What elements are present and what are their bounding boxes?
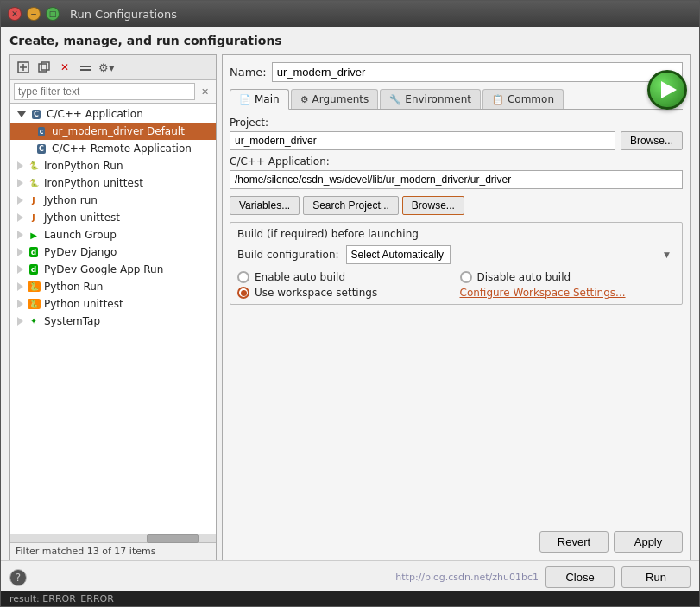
radio-disable-label: Disable auto build <box>477 271 571 283</box>
tree-label-python-ut: Python unittest <box>44 298 123 310</box>
app-browse-button[interactable]: Browse... <box>402 196 464 215</box>
tab-arguments[interactable]: ⚙ Arguments <box>291 89 379 109</box>
tab-args-label: Arguments <box>312 93 369 105</box>
close-button[interactable]: Close <box>545 566 615 588</box>
dialog-title: Create, manage, and run configurations <box>9 34 691 47</box>
gae-icon: d <box>29 264 38 275</box>
left-panel: ✕ ⚙▾ ✕ C <box>9 54 217 560</box>
filter-area: ✕ <box>10 80 216 104</box>
collapsed-icon8 <box>17 282 23 291</box>
tree-item-pydev-dj[interactable]: d PyDev Django <box>10 243 216 261</box>
run-launch-button[interactable] <box>647 70 687 110</box>
python-icon: 🐍 <box>28 281 41 292</box>
collapse-all-button[interactable] <box>76 58 95 77</box>
tree-item-ironpy-ut[interactable]: 🐍 IronPython unittest <box>10 174 216 192</box>
search-project-button[interactable]: Search Project... <box>303 196 399 215</box>
cpp-icon: C <box>32 110 41 119</box>
revert-button[interactable]: Revert <box>539 531 609 553</box>
tab-main-icon: 📄 <box>239 94 251 105</box>
delete-config-button[interactable]: ✕ <box>55 58 74 77</box>
app-input[interactable] <box>230 170 683 189</box>
duplicate-config-button[interactable] <box>35 58 54 77</box>
tree-category-cpp-app[interactable]: C C/C++ Application <box>10 105 216 123</box>
filter-clear-button[interactable]: ✕ <box>197 84 212 99</box>
maximize-button[interactable]: □ <box>46 7 60 21</box>
error-text: result: ERROR_ERROR <box>9 593 114 604</box>
build-config-select-wrapper: Select Automatically Debug Release <box>346 245 675 264</box>
tree-label-python-run: Python Run <box>44 281 103 293</box>
collapsed-icon7 <box>17 265 23 274</box>
filter-button[interactable]: ⚙▾ <box>97 58 116 77</box>
collapsed-icon3 <box>17 196 23 205</box>
tab-env-label: Environment <box>405 93 471 105</box>
filter-input[interactable] <box>14 83 195 100</box>
variables-button[interactable]: Variables... <box>230 196 300 215</box>
tree-label-launch-grp: Launch Group <box>44 229 117 241</box>
radio-disable-dot <box>460 271 472 283</box>
tree-label-pydev-dj: PyDev Django <box>44 246 117 258</box>
content-area: ✕ ⚙▾ ✕ C <box>9 54 691 560</box>
radio-disable-auto[interactable]: Disable auto build <box>460 271 676 283</box>
radio-enable-auto[interactable]: Enable auto build <box>237 271 453 283</box>
project-input[interactable] <box>230 131 615 150</box>
main-area: Create, manage, and run configurations ✕ <box>1 27 699 560</box>
bottom-row: ? http://blog.csdn.net/zhu01bc1 Close Ru… <box>1 560 699 591</box>
help-icon-label: ? <box>16 572 21 584</box>
main-content: Create, manage, and run configurations ✕ <box>1 27 699 591</box>
run-configurations-window: ✕ − □ Run Configurations Create, manage,… <box>0 0 700 607</box>
tree-item-launch-grp[interactable]: ▶ Launch Group <box>10 226 216 243</box>
cpp-remote-icon: C <box>37 144 46 154</box>
tab-main-label: Main <box>255 93 280 105</box>
tree-label-pydev-gae: PyDev Google App Run <box>44 263 163 275</box>
jython-icon: J <box>32 196 35 205</box>
tab-common-icon: 📋 <box>492 94 504 105</box>
build-config-select[interactable]: Select Automatically Debug Release <box>346 245 451 264</box>
form-section: Project: Browse... C/C++ Application: Va… <box>230 117 683 528</box>
tree-label-jython-run: Jython run <box>44 194 98 206</box>
name-row: Name: <box>230 62 683 82</box>
radio-workspace[interactable]: Use workspace settings <box>237 287 453 299</box>
filter-status: Filter matched 13 of 17 items <box>10 542 216 560</box>
tree-label-systemtap: SystemTap <box>44 315 100 327</box>
svg-rect-5 <box>80 66 91 67</box>
close-window-button[interactable]: ✕ <box>8 7 22 21</box>
help-button[interactable]: ? <box>9 569 27 586</box>
tree-item-jython-ut[interactable]: J Jython unittest <box>10 209 216 226</box>
project-browse-button[interactable]: Browse... <box>621 131 683 150</box>
tree-item-python-run[interactable]: 🐍 Python Run <box>10 278 216 295</box>
tab-main[interactable]: 📄 Main <box>230 89 289 110</box>
horizontal-scrollbar[interactable] <box>10 534 216 542</box>
tree-label-cpp-app: C/C++ Application <box>47 108 143 120</box>
radio-enable-dot <box>237 271 249 283</box>
new-config-button[interactable] <box>14 58 33 77</box>
configure-workspace-link[interactable]: Configure Workspace Settings... <box>460 287 676 299</box>
apply-button[interactable]: Apply <box>614 531 683 553</box>
tab-environment[interactable]: 🔧 Environment <box>380 89 481 109</box>
tree-item-ironpy-run[interactable]: 🐍 IronPython Run <box>10 157 216 174</box>
tree-item-ur-modern[interactable]: c ur_modern_driver Default <box>10 123 216 140</box>
name-input[interactable] <box>272 62 683 82</box>
collapsed-icon10 <box>17 317 23 326</box>
scrollbar-thumb[interactable] <box>147 534 199 543</box>
build-config-row: Build configuration: Select Automaticall… <box>237 245 675 264</box>
ironpy-icon: 🐍 <box>29 161 39 170</box>
tree-item-cpp-remote[interactable]: C C/C++ Remote Application <box>10 140 216 157</box>
minimize-button[interactable]: − <box>27 7 41 21</box>
tree-item-pydev-gae[interactable]: d PyDev Google App Run <box>10 261 216 278</box>
error-strip: result: ERROR_ERROR <box>1 591 699 606</box>
tree-item-jython-run[interactable]: J Jython run <box>10 192 216 209</box>
build-section: Build (if required) before launching Bui… <box>230 222 683 305</box>
tree-item-systemtap[interactable]: ✦ SystemTap <box>10 313 216 330</box>
collapsed-icon9 <box>17 300 23 308</box>
left-toolbar: ✕ ⚙▾ <box>10 55 216 80</box>
configuration-tree: C C/C++ Application c ur_modern_driver D… <box>10 104 216 534</box>
collapsed-icon6 <box>17 248 23 256</box>
tab-common-label: Common <box>508 93 554 105</box>
radio-workspace-label: Use workspace settings <box>255 287 377 299</box>
collapsed-icon5 <box>17 231 23 239</box>
ironpy-ut-icon: 🐍 <box>29 179 39 187</box>
tab-common[interactable]: 📋 Common <box>482 89 564 109</box>
jython-ut-icon: J <box>32 213 35 222</box>
tree-item-python-ut[interactable]: 🐍 Python unittest <box>10 295 216 313</box>
run-button[interactable]: Run <box>621 566 691 588</box>
